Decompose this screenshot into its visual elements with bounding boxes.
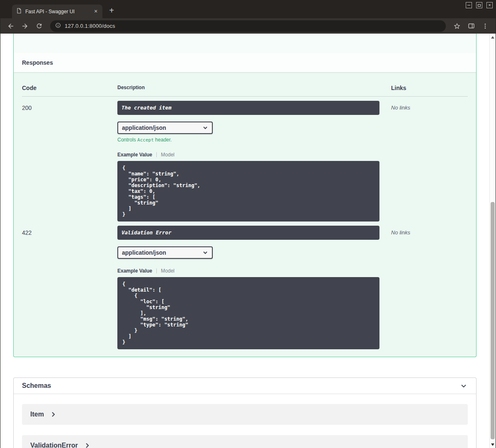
response-description-box: Validation Error <box>117 226 379 240</box>
reload-icon <box>36 22 43 29</box>
forward-icon <box>21 22 29 30</box>
close-icon: × <box>488 3 491 7</box>
page-favicon-icon <box>16 8 22 15</box>
browser-window: Fast API - Swagger UI × + × 127.0.0.1:80… <box>0 0 496 448</box>
model-tab[interactable]: Model <box>161 152 175 158</box>
no-links-label: No links <box>391 97 468 222</box>
chevron-right-icon <box>50 411 56 418</box>
swagger-content: Responses Code Description Links 200 The… <box>13 34 477 448</box>
example-code-block: { "name": "string", "price": 0, "descrip… <box>117 161 379 222</box>
example-model-tabs: Example Value Model <box>117 151 391 158</box>
back-icon <box>7 22 15 30</box>
model-item-row[interactable]: Item <box>22 404 468 425</box>
model-name: ValidationError <box>30 442 78 448</box>
responses-header: Responses <box>14 53 476 72</box>
new-tab-button[interactable]: + <box>106 5 117 17</box>
url-text: 127.0.0.1:8000/docs <box>65 23 115 29</box>
model-name: Item <box>30 411 44 418</box>
site-info-icon[interactable] <box>55 22 61 30</box>
kebab-menu-icon <box>482 23 489 29</box>
model-validationerror-row[interactable]: ValidationError <box>22 435 468 448</box>
chevron-down-icon <box>202 250 208 256</box>
media-type-value: application/json <box>122 249 166 256</box>
star-icon <box>453 22 461 30</box>
chevron-down-icon <box>202 125 208 131</box>
responses-table-head: Code Description Links <box>22 72 468 97</box>
no-links-label: No links <box>391 222 468 349</box>
address-bar[interactable]: 127.0.0.1:8000/docs <box>50 20 446 32</box>
scroll-up-icon[interactable] <box>491 36 494 39</box>
page-scrollbar[interactable] <box>489 34 496 448</box>
page-viewport: Responses Code Description Links 200 The… <box>0 34 496 448</box>
media-type-select[interactable]: application/json <box>117 246 213 259</box>
menu-button[interactable] <box>479 20 491 32</box>
tab-divider <box>156 152 157 157</box>
schemas-title: Schemas <box>22 382 51 390</box>
response-code: 422 <box>22 222 117 349</box>
responses-title: Responses <box>22 59 53 66</box>
bookmark-button[interactable] <box>451 20 463 32</box>
chevron-right-icon <box>84 442 90 448</box>
side-panel-button[interactable] <box>465 20 477 32</box>
links-column-header: Links <box>391 85 468 91</box>
response-code: 200 <box>22 97 117 222</box>
minimize-icon <box>467 5 470 5</box>
schemas-header[interactable]: Schemas <box>14 378 476 394</box>
description-column-header: Description <box>117 85 391 91</box>
example-model-tabs: Example Value Model <box>117 268 391 274</box>
schemas-section: Schemas Item ValidationError <box>13 377 477 448</box>
section-gap <box>14 34 476 53</box>
browser-tab[interactable]: Fast API - Swagger UI × <box>12 5 102 18</box>
media-type-select[interactable]: application/json <box>117 122 213 134</box>
response-description-box: The created item <box>117 101 379 115</box>
forward-button[interactable] <box>19 20 31 32</box>
example-value-tab[interactable]: Example Value <box>117 268 152 274</box>
example-code-block: { "detail": [ { "loc": [ "string" ], "ms… <box>117 277 379 349</box>
responses-section: Responses Code Description Links 200 The… <box>13 34 477 357</box>
close-button[interactable]: × <box>486 2 493 8</box>
minimize-button[interactable] <box>466 2 472 8</box>
scrollbar-thumb[interactable] <box>491 202 495 439</box>
media-type-value: application/json <box>122 124 166 131</box>
chevron-down-icon <box>460 382 468 390</box>
navigation-bar: 127.0.0.1:8000/docs <box>0 18 496 34</box>
response-description-cell: The created item application/json Contro… <box>117 97 391 222</box>
back-button[interactable] <box>5 20 17 32</box>
example-value-tab[interactable]: Example Value <box>117 152 152 158</box>
tab-title: Fast API - Swagger UI <box>25 9 89 15</box>
response-description-cell: Validation Error application/json Exampl… <box>117 222 391 349</box>
code-column-header: Code <box>22 85 117 91</box>
reload-button[interactable] <box>33 20 45 32</box>
tab-divider <box>156 268 157 273</box>
side-panel-icon <box>468 22 475 29</box>
accept-header-note: Controls Accept header. <box>117 137 391 143</box>
response-row-422: 422 Validation Error application/json Ex… <box>22 222 468 349</box>
tab-close-icon[interactable]: × <box>92 8 99 15</box>
schemas-body: Item ValidationError <box>14 394 476 448</box>
response-row-200: 200 The created item application/json Co… <box>22 97 468 222</box>
window-controls: × <box>466 2 493 8</box>
maximize-button[interactable] <box>476 2 482 8</box>
responses-table: Code Description Links 200 The created i… <box>14 72 476 357</box>
scroll-down-icon[interactable] <box>491 443 494 446</box>
maximize-icon <box>478 4 481 7</box>
model-tab[interactable]: Model <box>161 268 175 274</box>
titlebar: Fast API - Swagger UI × + × <box>0 0 496 18</box>
